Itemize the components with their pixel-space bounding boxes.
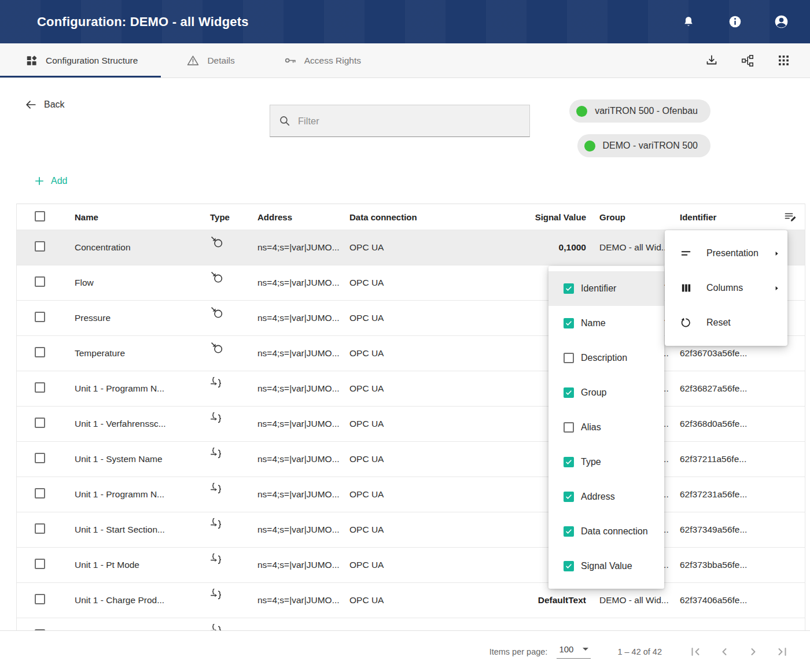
filter-field[interactable] <box>270 105 530 137</box>
row-checkbox[interactable] <box>35 382 45 393</box>
arrow-into-braces-icon <box>210 376 224 390</box>
col-header-signal-value: Signal Value <box>477 212 586 222</box>
row-checkbox[interactable] <box>35 241 45 252</box>
row-checkbox[interactable] <box>35 453 45 463</box>
table-row[interactable]: Unit 1 - Programm N... ns=4;s=|var|JUMO.… <box>17 371 805 407</box>
select-all-checkbox[interactable] <box>35 211 45 221</box>
first-page-button[interactable] <box>689 645 702 659</box>
column-toggle-label: Alias <box>581 422 601 433</box>
cell-name: Temperature <box>75 348 202 359</box>
column-toggle-label: Signal Value <box>581 561 632 571</box>
column-toggle-type[interactable]: Type <box>548 445 664 479</box>
table-row[interactable]: Unit 1 - Verfahrenssc... ns=4;s=|var|JUM… <box>17 407 805 442</box>
column-toggle-label: Identifier <box>581 283 616 294</box>
col-header-data-connection: Data connection <box>349 212 477 222</box>
table-row[interactable] <box>17 618 805 630</box>
add-button[interactable]: Add <box>34 175 67 187</box>
menu-item-reset[interactable]: Reset <box>665 305 787 340</box>
next-page-button[interactable] <box>746 645 760 659</box>
table-row[interactable]: Unit 1 - System Name ns=4;s=|var|JUMO...… <box>17 442 805 477</box>
cell-type <box>202 512 257 531</box>
account-button[interactable] <box>773 14 789 30</box>
row-checkbox[interactable] <box>35 523 45 534</box>
table-row[interactable]: Unit 1 - Charge Prod... ns=4;s=|var|JUMO… <box>17 583 805 618</box>
row-checkbox[interactable] <box>35 347 45 357</box>
column-toggle-signal-value[interactable]: Signal Value <box>548 549 664 584</box>
column-toggle-address[interactable]: Address <box>548 479 664 514</box>
page-title: Configuration: DEMO - all Widgets <box>37 14 249 29</box>
warning-triangle-icon <box>186 54 200 67</box>
cell-signal-value: 0,1000 <box>477 242 586 253</box>
checkbox-icon[interactable] <box>564 353 574 363</box>
table-row[interactable]: Unit 1 - Programm N... ns=4;s=|var|JUMO.… <box>17 477 805 512</box>
columns-submenu-panel: Identifier Name Description Group Alias … <box>548 266 664 589</box>
hierarchy-button[interactable] <box>740 53 755 68</box>
arrow-into-circle-icon <box>210 306 224 320</box>
tab-details[interactable]: Details <box>161 43 257 77</box>
last-page-button[interactable] <box>775 645 789 659</box>
row-checkbox[interactable] <box>35 559 45 569</box>
info-button[interactable] <box>727 14 743 30</box>
tab-access-rights[interactable]: Access Rights <box>258 43 384 77</box>
column-toggle-label: Description <box>581 353 627 363</box>
row-checkbox[interactable] <box>35 594 45 604</box>
cell-data-connection: OPC UA <box>349 278 477 288</box>
cell-identifier: 62f36827a56fe... <box>680 383 776 394</box>
cell-name: Unit 1 - Start Section... <box>75 525 202 535</box>
row-checkbox[interactable] <box>35 312 45 322</box>
tab-bar: Configuration Structure Details Access R… <box>0 43 810 78</box>
cell-data-connection: OPC UA <box>349 313 477 323</box>
table-row[interactable]: Unit 1 - Start Section... ns=4;s=|var|JU… <box>17 512 805 548</box>
notifications-button[interactable] <box>680 14 697 30</box>
cell-name: Pressure <box>75 313 202 323</box>
back-arrow-icon <box>24 98 37 111</box>
menu-item-columns[interactable]: Columns <box>665 271 787 305</box>
last-page-icon <box>775 645 789 659</box>
column-toggle-identifier[interactable]: Identifier <box>548 271 664 306</box>
row-checkbox[interactable] <box>35 488 45 499</box>
cell-data-connection: OPC UA <box>349 454 477 464</box>
column-toggle-description[interactable]: Description <box>548 341 664 375</box>
download-button[interactable] <box>704 53 719 68</box>
cell-name: Unit 1 - Charge Prod... <box>75 595 202 605</box>
device-chip-demo[interactable]: DEMO - variTRON 500 <box>577 134 710 157</box>
menu-item-presentation[interactable]: Presentation <box>665 236 787 271</box>
checkbox-icon[interactable] <box>564 457 574 467</box>
cell-address: ns=4;s=|var|JUMO... <box>257 454 349 464</box>
device-chip-ofenbau[interactable]: variTRON 500 - Ofenbau <box>569 99 710 123</box>
search-icon <box>278 115 291 127</box>
edit-columns-icon[interactable] <box>783 210 797 224</box>
checkbox-icon[interactable] <box>564 422 574 433</box>
status-dot-icon <box>576 106 587 117</box>
tab-configuration-structure[interactable]: Configuration Structure <box>0 43 161 77</box>
apps-menu-button[interactable] <box>776 53 791 68</box>
row-checkbox[interactable] <box>35 418 45 428</box>
column-toggle-name[interactable]: Name <box>548 306 664 341</box>
back-button[interactable]: Back <box>24 98 65 111</box>
checkbox-icon[interactable] <box>564 492 574 502</box>
checkbox-icon[interactable] <box>564 318 574 328</box>
checkbox-icon[interactable] <box>564 387 574 398</box>
filter-input[interactable] <box>298 116 521 127</box>
checkbox-icon[interactable] <box>564 283 574 294</box>
cell-address: ns=4;s=|var|JUMO... <box>257 560 349 570</box>
checkbox-icon[interactable] <box>564 526 574 537</box>
previous-page-button[interactable] <box>717 645 731 659</box>
checkbox-icon[interactable] <box>564 561 574 571</box>
row-checkbox[interactable] <box>35 276 45 287</box>
cell-name: Unit 1 - System Name <box>75 454 202 464</box>
column-toggle-data-connection[interactable]: Data connection <box>548 514 664 549</box>
items-per-page-label: Items per page: <box>489 647 548 656</box>
status-dot-icon <box>584 141 595 152</box>
table-row[interactable]: Unit 1 - Pt Mode ns=4;s=|var|JUMO... OPC… <box>17 548 805 583</box>
items-per-page-select[interactable]: 100 <box>557 644 591 659</box>
menu-item-label: Reset <box>706 317 731 328</box>
column-toggle-alias[interactable]: Alias <box>548 410 664 445</box>
cell-type <box>202 407 257 426</box>
column-toggle-group[interactable]: Group <box>548 375 664 410</box>
tab-label: Access Rights <box>304 56 361 66</box>
items-per-page-value: 100 <box>559 644 573 654</box>
cell-data-connection: OPC UA <box>349 348 477 359</box>
cell-address: ns=4;s=|var|JUMO... <box>257 525 349 535</box>
cell-data-connection: OPC UA <box>349 242 477 253</box>
